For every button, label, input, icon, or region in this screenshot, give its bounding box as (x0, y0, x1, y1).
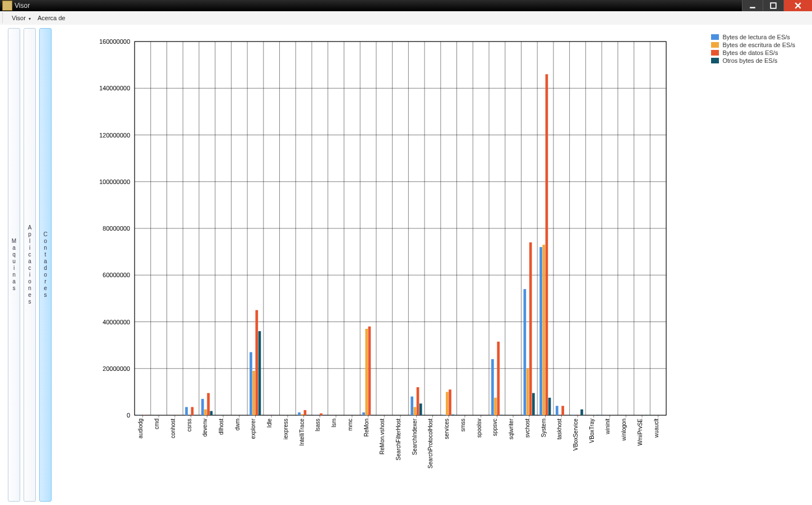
svg-text:sppsvc: sppsvc (492, 419, 498, 436)
svg-text:smss: smss (460, 419, 466, 431)
app-icon (2, 1, 12, 11)
svg-text:WmiPrvSE: WmiPrvSE (637, 419, 643, 446)
svg-rect-75 (365, 329, 368, 415)
svg-rect-85 (255, 310, 258, 415)
svg-text:sqlwriter: sqlwriter (508, 418, 514, 439)
svg-text:wininit: wininit (605, 419, 611, 435)
svg-text:100000000: 100000000 (99, 178, 130, 185)
svg-rect-106 (548, 398, 551, 415)
svg-rect-103 (451, 415, 454, 415)
svg-rect-1 (771, 3, 776, 8)
svg-rect-80 (542, 245, 545, 415)
svg-text:SearchProtocolHost: SearchProtocolHost (427, 419, 433, 469)
tab-maquinas[interactable]: Maquinas (8, 28, 20, 502)
close-button[interactable] (783, 0, 812, 11)
svg-rect-89 (417, 387, 419, 415)
svg-rect-87 (320, 414, 322, 415)
legend-label: Otros bytes de ES/s (722, 57, 777, 64)
titlebar: Visor (0, 0, 812, 11)
tab-contadores-label: Contadores (43, 231, 49, 299)
svg-rect-91 (497, 342, 500, 415)
svg-text:services: services (444, 419, 450, 439)
legend-item-datos: Bytes de datos ES/s (711, 49, 795, 56)
svg-text:iexpress: iexpress (283, 419, 289, 439)
svg-rect-73 (252, 371, 255, 415)
svg-rect-98 (259, 331, 261, 415)
chart-container: 0200000004000000060000000800000001000000… (56, 30, 806, 499)
svg-text:40000000: 40000000 (103, 319, 130, 325)
svg-rect-64 (362, 412, 365, 415)
legend-label: Bytes de escritura de ES/s (722, 42, 795, 48)
svg-rect-68 (523, 289, 526, 415)
svg-rect-90 (449, 389, 451, 415)
legend-label: Bytes de lectura de ES/s (722, 34, 790, 40)
menubar-grip (2, 13, 5, 23)
svg-text:SearchFilterHost: SearchFilterHost (395, 419, 402, 461)
svg-rect-62 (298, 412, 301, 415)
svg-text:0: 0 (127, 412, 130, 419)
svg-text:lsm: lsm (331, 419, 337, 428)
svg-text:SearchIndexer: SearchIndexer (412, 418, 418, 455)
svg-rect-76 (414, 407, 417, 415)
svg-rect-78 (494, 398, 497, 415)
svg-text:conhost: conhost (170, 419, 176, 438)
svg-text:ReMon.vshost: ReMon.vshost (379, 419, 385, 454)
svg-text:taskhost: taskhost (556, 419, 562, 439)
menu-acerca-de[interactable]: Acerca de (34, 13, 69, 22)
legend-label: Bytes de datos ES/s (722, 49, 778, 56)
svg-text:ReMon: ReMon (363, 419, 370, 437)
legend-swatch (711, 50, 719, 56)
svg-text:VBoxTray: VBoxTray (589, 419, 595, 443)
svg-rect-86 (304, 410, 307, 415)
legend-swatch (711, 58, 719, 63)
legend-swatch (711, 42, 719, 48)
legend: Bytes de lectura de ES/s Bytes de escrit… (711, 34, 795, 65)
chevron-down-icon: ▾ (29, 16, 31, 21)
svg-text:csrss: csrss (186, 419, 192, 431)
svg-rect-88 (368, 327, 371, 415)
svg-text:120000000: 120000000 (99, 132, 130, 139)
svg-text:svchost: svchost (524, 419, 530, 438)
svg-text:mmc: mmc (347, 419, 353, 431)
svg-rect-102 (419, 403, 422, 415)
svg-rect-94 (561, 406, 564, 415)
legend-item-lectura: Bytes de lectura de ES/s (711, 34, 795, 40)
tab-contadores[interactable]: Contadores (39, 28, 52, 502)
svg-text:140000000: 140000000 (99, 85, 130, 91)
svg-rect-105 (532, 393, 535, 415)
svg-text:VBoxService: VBoxService (573, 419, 579, 451)
menu-acerca-label: Acerca de (38, 15, 66, 21)
svg-text:cmd: cmd (154, 419, 160, 429)
tab-aplicaciones-label: Aplicaciones (27, 224, 33, 305)
svg-rect-70 (556, 406, 559, 415)
svg-text:dllhost: dllhost (218, 419, 224, 435)
maximize-button[interactable] (763, 0, 783, 11)
svg-text:20000000: 20000000 (103, 365, 130, 372)
svg-rect-79 (527, 369, 529, 415)
tab-aplicaciones[interactable]: Aplicaciones (24, 28, 36, 502)
svg-text:devenv: devenv (202, 419, 208, 437)
legend-item-otros: Otros bytes de ES/s (711, 57, 795, 64)
svg-rect-61 (250, 352, 252, 415)
svg-rect-59 (185, 407, 188, 415)
svg-text:dwm: dwm (234, 419, 241, 430)
svg-text:80000000: 80000000 (103, 225, 130, 232)
svg-rect-74 (301, 414, 303, 415)
menu-visor[interactable]: Visor ▾ (8, 13, 34, 22)
svg-text:audiodg: audiodg (137, 419, 144, 439)
legend-swatch (711, 34, 719, 40)
svg-text:wuauclt: wuauclt (653, 419, 659, 438)
svg-rect-109 (597, 415, 599, 415)
legend-item-escritura: Bytes de escritura de ES/s (711, 42, 795, 48)
svg-rect-84 (207, 393, 210, 415)
svg-text:spoolsv: spoolsv (476, 419, 482, 438)
svg-rect-83 (191, 407, 194, 415)
minimize-button[interactable] (742, 0, 763, 11)
svg-text:Idle: Idle (266, 419, 273, 428)
svg-text:IntelliTrace: IntelliTrace (299, 419, 305, 446)
app-title: Visor (15, 2, 30, 10)
window-buttons (742, 0, 812, 11)
tab-maquinas-label: Maquinas (11, 238, 17, 292)
svg-text:winlogon: winlogon (621, 419, 627, 441)
menubar: Visor ▾ Acerca de (0, 11, 812, 25)
